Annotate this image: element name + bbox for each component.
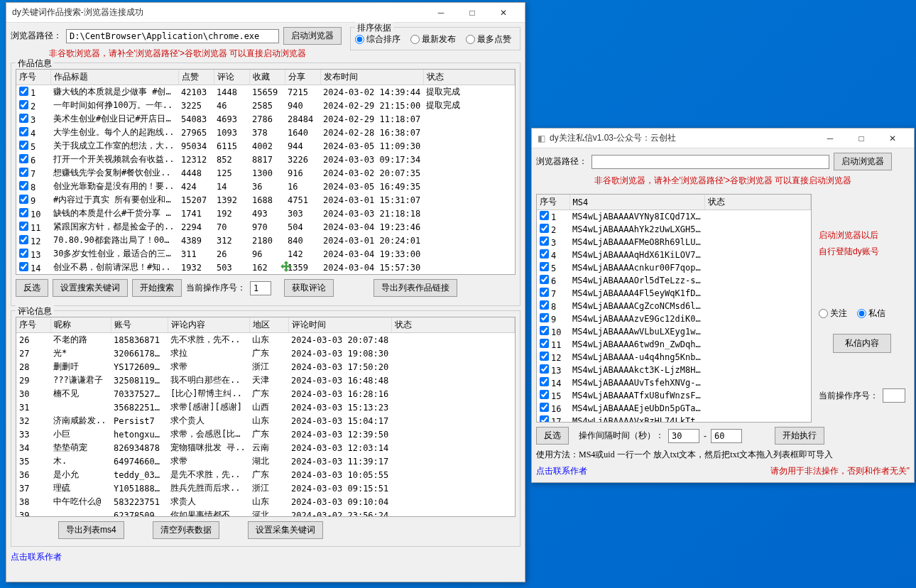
col-time[interactable]: 发布时间 [320,70,423,85]
row-checkbox[interactable] [19,154,28,163]
works-table-wrap[interactable]: 序号 作品标题 点赞 评论 收藏 分享 发布时间 状态 1赚大钱的本质就是少做事… [16,69,516,275]
row-checkbox[interactable] [540,364,549,374]
table-row[interactable]: 1330多岁女性创业，最适合的三..31126961422024-03-04 1… [16,247,515,261]
current-seq-input-2[interactable] [883,388,905,403]
row-checkbox[interactable] [540,403,549,412]
table-row[interactable]: 26不老的路185836871先不求胜，先不..山东2024-03-03 20:… [16,333,515,347]
table-row[interactable]: 29???谦谦君子32508119675我不明白那些在..天津2024-03-0… [16,374,515,387]
row-checkbox[interactable] [19,249,28,258]
contact-author-link[interactable]: 点击联系作者 [11,551,520,563]
m-col-status[interactable]: 状态 [704,195,811,210]
table-row[interactable]: 37理硫Y1051888327胜兵先胜而后求..浙江2024-03-03 09:… [16,481,515,495]
table-row[interactable]: 1270.80.90都套路出局了！00后..438931221808402024… [16,234,515,247]
row-checkbox[interactable] [19,222,28,231]
launch-browser-button[interactable]: 启动浏览器 [283,27,342,45]
minimize-button-2[interactable]: ─ [814,129,846,148]
table-row[interactable]: 3962378509..1217530941你如果事情都不..河北2024-03… [16,508,515,517]
table-row[interactable]: 6打开一个开关视频就会有收益..12312852881732262024-03-… [16,153,515,166]
c-col-region[interactable]: 地区 [249,317,288,333]
table-row[interactable]: 14MS4wLjABAAAAUvTsfehXNVg-7Z.. [537,376,811,389]
row-checkbox[interactable] [540,275,549,284]
reverse-select-button-2[interactable]: 反选 [536,427,569,445]
maximize-button-2[interactable]: □ [846,129,877,148]
minimize-button[interactable]: ─ [425,3,457,23]
comments-table-wrap[interactable]: 序号 昵称 账号 评论内容 地区 评论时间 状态 26不老的路185836871… [16,317,516,517]
table-row[interactable]: 3MS4wLjABAAAAFMeO8Rh69lLUnd.. [537,236,811,249]
col-title[interactable]: 作品标题 [50,70,178,85]
export-ms4-button[interactable]: 导出列表ms4 [58,521,124,539]
row-checkbox[interactable] [19,262,28,271]
row-checkbox[interactable] [19,235,28,244]
row-checkbox[interactable] [19,100,28,109]
table-row[interactable]: 32济南咸龄发..Persist7求个贵人山东2024-03-03 15:04:… [16,414,515,428]
table-row[interactable]: 7想赚钱先学会复制#餐饮创业..444812513009162024-03-02… [16,166,515,180]
browser-path-input-2[interactable] [591,155,829,169]
table-row[interactable]: 2一年时间如何挣100万。一年..32254625859402024-02-29… [16,99,515,112]
table-row[interactable]: 38中午吃什么@583223751求贵人山东2024-03-03 09:10:0… [16,495,515,508]
sort-most-liked-radio[interactable]: 最多点赞 [466,33,511,45]
row-checkbox[interactable] [540,352,549,361]
m-col-ms4[interactable]: MS4 [569,195,704,210]
c-col-time[interactable]: 评论时间 [288,317,391,333]
titlebar2[interactable]: ◧ dy关注私信v1.03-公众号：云创社 ─ □ ✕ [532,129,914,148]
get-comments-button[interactable]: 获取评论 [284,279,334,297]
table-row[interactable]: 1MS4wLjABAAAAVYNy8ICQd71X-n.. [537,210,811,224]
row-checkbox[interactable] [540,377,549,386]
table-row[interactable]: 27光*32066178464求拉广东2024-03-03 19:08:30 [16,347,515,360]
table-row[interactable]: 5关于我成立工作室的想法，大..95034611540029442024-03-… [16,139,515,153]
table-row[interactable]: 3美术生创业#创业日记#开店日..5408346932786284842024-… [16,112,515,126]
table-row[interactable]: 10缺钱的本质是什么#干货分享 ..17411924933032024-03-0… [16,207,515,220]
table-row[interactable]: 30楠不见70337527691[比心]帮博主纠..广东2024-03-03 1… [16,387,515,401]
table-row[interactable]: 15MS4wLjABAAAATfxU8ufWnzsFbe.. [537,389,811,402]
table-row[interactable]: 1赚大钱的本质就是少做事 #创..4210314481565972152024-… [16,85,515,99]
row-checkbox[interactable] [540,211,549,220]
col-status[interactable]: 状态 [423,70,514,85]
row-checkbox[interactable] [19,208,28,217]
col-like[interactable]: 点赞 [178,70,214,85]
col-share[interactable]: 分享 [285,70,320,85]
ms4-table-wrap[interactable]: 序号 MS4 状态 1MS4wLjABAAAAVYNy8ICQd71X-n..2… [536,194,812,423]
table-row[interactable]: 7MS4wLjABAAAA4Fl5eyWqK1fDQM.. [537,287,811,300]
close-button[interactable]: ✕ [488,3,519,23]
table-row[interactable]: 5MS4wLjABAAAAcnkur00F7qopeq.. [537,261,811,274]
table-row[interactable]: 12MS4wLjABAAAA-u4q4hng5Knb2h.. [537,351,811,364]
sort-newest-radio[interactable]: 最新发布 [410,33,456,45]
table-row[interactable]: 8创业光靠勤奋是没有用的！要..4241436162024-03-05 16:4… [16,180,515,193]
row-checkbox[interactable] [540,224,549,233]
table-row[interactable]: 15#创业日记 #电商人 #电商创..1873921242024-03-05 0… [16,274,515,275]
follow-radio[interactable]: 关注 [819,307,847,320]
row-checkbox[interactable] [540,339,549,348]
row-checkbox[interactable] [19,87,28,96]
clear-list-button[interactable]: 清空列表数据 [153,521,219,539]
reverse-select-button[interactable]: 反选 [16,279,48,297]
start-exec-button[interactable]: 开始执行 [775,427,824,445]
titlebar[interactable]: dy关键词作品搜索-浏览器连接成功 ─ □ ✕ [6,3,525,23]
table-row[interactable]: 16MS4wLjABAAAAEjeUbDn5pGTaTX.. [537,402,811,415]
sort-comprehensive-radio[interactable]: 综合排序 [355,33,400,45]
row-checkbox[interactable] [540,249,549,258]
interval-max-input[interactable] [711,429,742,443]
table-row[interactable]: 33小巨hetongxu..求带，会感恩[比心]广东2024-03-03 12:… [16,428,515,441]
row-checkbox[interactable] [540,390,549,399]
row-checkbox[interactable] [540,236,549,246]
table-row[interactable]: 4大学生创业。每个人的起跑线..27965109337816402024-02-… [16,126,515,139]
browser-path-input[interactable] [66,29,279,43]
table-row[interactable]: 34垫垫萌宠826934878宠物猫咪批发 寻..云南2024-03-03 12… [16,441,515,454]
export-links-button[interactable]: 导出列表作品链接 [374,279,457,297]
table-row[interactable]: 13MS4wLjABAAAAkct3K-LjzM8H_P.. [537,364,811,376]
m-col-seq[interactable]: 序号 [537,195,569,210]
table-row[interactable]: 2MS4wLjABAAAAhYk2zUwLXGH5BV.. [537,223,811,236]
c-col-content[interactable]: 评论内容 [168,317,249,333]
row-checkbox[interactable] [540,313,549,322]
table-row[interactable]: 3135682251837求带[感谢][感谢]山西2024-03-03 15:1… [16,401,515,414]
row-checkbox[interactable] [19,127,28,136]
table-row[interactable]: 4MS4wLjABAAAAqHdX61KiLOV7LE.. [537,249,811,261]
start-search-button[interactable]: 开始搜索 [132,279,182,297]
row-checkbox[interactable] [19,195,28,204]
maximize-button[interactable]: □ [457,3,488,23]
c-col-seq[interactable]: 序号 [16,317,50,333]
table-row[interactable]: 14创业不易，创前请深思！#知..193250316213592024-03-0… [16,261,515,274]
col-comment[interactable]: 评论 [214,70,249,85]
table-row[interactable]: 17MS4wLjABAAAAVxBzHL74LkTtrE.. [537,415,811,423]
set-collect-keyword-button[interactable]: 设置采集关键词 [248,521,323,539]
